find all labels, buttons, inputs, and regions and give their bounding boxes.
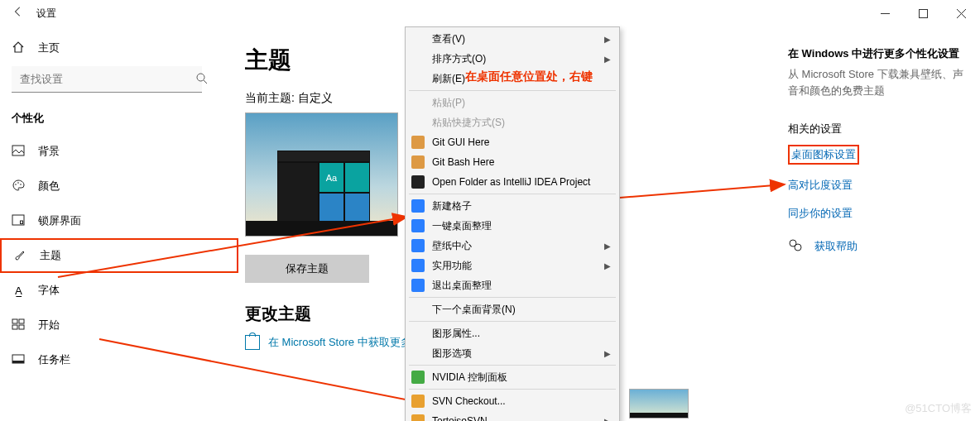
ctx-item[interactable]: 查看(V)▶: [406, 29, 619, 49]
window-title: 设置: [30, 7, 56, 21]
ctx-item[interactable]: 排序方式(O)▶: [406, 49, 619, 69]
svg-rect-7: [21, 221, 23, 224]
svg-point-1: [197, 74, 204, 81]
back-button[interactable]: [7, 6, 30, 21]
svg-point-15: [795, 244, 801, 251]
search-icon: [195, 72, 209, 89]
sidebar-item-font[interactable]: A̲ 字体: [0, 273, 238, 308]
right-column: 在 Windows 中进行更多个性化设置 从 Microsoft Store 下…: [788, 26, 980, 421]
ctx-item[interactable]: 粘贴(P): [406, 93, 619, 112]
svg-rect-13: [12, 361, 24, 363]
store-link-text: 在 Microsoft Store 中获取更多主: [268, 335, 422, 350]
ctx-item[interactable]: 壁纸中心▶: [406, 236, 619, 256]
picture-icon: [12, 144, 25, 160]
sidebar-item-background[interactable]: 背景: [0, 134, 238, 169]
minimize-button[interactable]: [866, 0, 904, 26]
section-label: 个性化: [0, 104, 238, 134]
link-sync-settings[interactable]: 同步你的设置: [788, 206, 965, 221]
svg-rect-0: [919, 9, 927, 17]
ctx-item[interactable]: Git GUI Here: [406, 132, 619, 152]
lock-frame-icon: [12, 213, 25, 229]
ctx-item[interactable]: Open Folder as IntelliJ IDEA Project: [406, 172, 619, 192]
svg-rect-11: [19, 325, 24, 329]
watermark: @51CTO博客: [905, 401, 972, 416]
svg-point-3: [15, 184, 17, 185]
rc-subtext: 从 Microsoft Store 下载兼具壁纸、声音和颜色的免费主题: [788, 66, 965, 98]
context-menu: 查看(V)▶排序方式(O)▶刷新(E)粘贴(P)粘贴快捷方式(S)Git GUI…: [405, 26, 620, 421]
brush-icon: [13, 248, 26, 264]
sidebar-item-theme[interactable]: 主题: [0, 238, 238, 273]
home-icon: [12, 41, 25, 56]
nav-label: 主题: [40, 248, 61, 263]
svg-point-5: [20, 184, 22, 185]
ctx-item[interactable]: TortoiseSVN▶: [406, 411, 619, 421]
nav-label: 字体: [38, 283, 60, 298]
annotation-text: 在桌面任意位置处，右键: [465, 69, 593, 84]
theme-thumbnail[interactable]: [629, 389, 689, 419]
maximize-button[interactable]: [904, 0, 942, 26]
svg-rect-10: [12, 325, 17, 329]
ctx-item[interactable]: 退出桌面整理: [406, 275, 619, 295]
ctx-item[interactable]: SVN Checkout...: [406, 391, 619, 411]
get-help[interactable]: 获取帮助: [788, 237, 965, 255]
nav-label: 颜色: [38, 179, 60, 194]
search-input[interactable]: [12, 66, 202, 93]
ctx-item[interactable]: 新建格子: [406, 196, 619, 216]
ctx-item[interactable]: NVIDIA 控制面板: [406, 367, 619, 387]
titlebar: 设置: [0, 0, 980, 26]
help-label: 获取帮助: [814, 239, 858, 254]
ctx-item[interactable]: Git Bash Here: [406, 152, 619, 172]
store-icon: [245, 335, 260, 350]
ctx-item[interactable]: 下一个桌面背景(N): [406, 299, 619, 319]
nav-label: 背景: [38, 144, 60, 159]
ctx-item[interactable]: 图形选项▶: [406, 343, 619, 363]
theme-preview: Aa: [245, 112, 398, 237]
ctx-item[interactable]: 粘贴快捷方式(S): [406, 112, 619, 132]
sidebar: 主页 个性化 背景 颜色 锁屏界面 主题 A̲ 字体 开始: [0, 26, 238, 421]
font-icon: A̲: [12, 285, 25, 297]
taskbar-icon: [12, 352, 25, 368]
save-theme-button[interactable]: 保存主题: [245, 255, 369, 283]
sidebar-item-start[interactable]: 开始: [0, 308, 238, 342]
ctx-item[interactable]: 一键桌面整理: [406, 216, 619, 236]
rc-related-heading: 相关的设置: [788, 122, 965, 136]
help-icon: [788, 237, 803, 255]
home-label: 主页: [38, 41, 60, 55]
svg-point-4: [17, 182, 19, 184]
ctx-item[interactable]: 实用功能▶: [406, 256, 619, 275]
close-button[interactable]: [942, 0, 980, 26]
svg-rect-8: [12, 319, 17, 323]
palette-icon: [12, 179, 25, 194]
preview-aa: Aa: [319, 162, 344, 193]
svg-rect-2: [12, 146, 24, 155]
window-controls: [866, 0, 980, 26]
nav-label: 锁屏界面: [38, 213, 81, 228]
start-icon: [12, 318, 25, 333]
nav-label: 开始: [38, 318, 60, 332]
sidebar-home[interactable]: 主页: [0, 33, 238, 63]
sidebar-item-color[interactable]: 颜色: [0, 169, 238, 203]
sidebar-item-taskbar[interactable]: 任务栏: [0, 342, 238, 377]
nav-label: 任务栏: [38, 352, 70, 367]
sidebar-item-lockscreen[interactable]: 锁屏界面: [0, 203, 238, 238]
ctx-item[interactable]: 图形属性...: [406, 323, 619, 343]
rc-heading: 在 Windows 中进行更多个性化设置: [788, 46, 965, 61]
link-high-contrast[interactable]: 高对比度设置: [788, 178, 965, 193]
link-desktop-icon-settings[interactable]: 桌面图标设置: [788, 145, 859, 165]
svg-rect-9: [19, 319, 24, 323]
